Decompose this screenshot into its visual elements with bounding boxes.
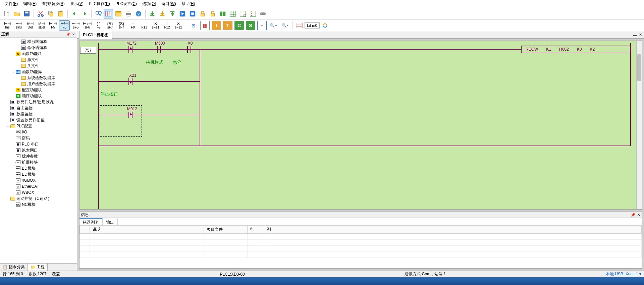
ladder-tool-sins[interactable]: ⊢⊣sIns bbox=[13, 20, 24, 31]
run-button[interactable] bbox=[178, 9, 187, 18]
zoom-in-button[interactable]: 🔍+ bbox=[269, 21, 278, 30]
menu-f[interactable]: 文件(F) bbox=[2, 0, 20, 8]
tree-item[interactable]: ▭▭扩展模块 bbox=[0, 159, 77, 165]
ladder-tool-sdel[interactable]: ⊬⊣sDel bbox=[36, 20, 47, 31]
tree-item[interactable]: 源文件 bbox=[0, 57, 77, 63]
tree-item[interactable]: 头文件 bbox=[0, 63, 77, 69]
tab-error-list[interactable]: 错误列表 bbox=[79, 218, 103, 225]
help-button[interactable]: ? bbox=[134, 9, 143, 18]
tree-item[interactable]: ▥数据监控 bbox=[0, 111, 77, 117]
ladder-tool-sf7[interactable]: (S)sF7 bbox=[116, 20, 127, 31]
tree-item[interactable]: NCNC模块 bbox=[0, 202, 77, 208]
tree-item[interactable]: -C函数功能块 bbox=[0, 51, 77, 57]
tree-item[interactable]: -EX函数功能库 bbox=[0, 69, 77, 75]
column-header[interactable]: 行 bbox=[248, 226, 264, 234]
paste-button[interactable] bbox=[56, 9, 65, 18]
ladder-tool-f7[interactable]: ( )F7 bbox=[93, 20, 104, 31]
copy-button[interactable] bbox=[46, 9, 55, 18]
grid1-button[interactable] bbox=[228, 9, 237, 18]
save-button[interactable] bbox=[22, 9, 32, 18]
ladder-preview-button[interactable] bbox=[294, 21, 304, 30]
tree-item[interactable]: S顺序功能块 bbox=[0, 93, 77, 99]
tree-item[interactable]: 44GBOX bbox=[0, 177, 77, 183]
tool-c[interactable]: C bbox=[234, 21, 244, 30]
ladder-tool-f12[interactable]: |F12 bbox=[162, 20, 172, 31]
lock-button[interactable] bbox=[198, 9, 207, 18]
find-button[interactable] bbox=[94, 9, 103, 18]
tool-s[interactable]: S bbox=[246, 21, 255, 30]
tool-fit[interactable]: ↔ bbox=[257, 21, 267, 30]
grid2-button[interactable] bbox=[238, 9, 248, 18]
status-local[interactable]: 本地:USB_Xnet_1 ▾ bbox=[603, 271, 644, 277]
menu-e[interactable]: 编辑(E) bbox=[20, 0, 39, 8]
tree-item[interactable]: Id命令语编程 bbox=[0, 45, 77, 51]
close-doc-icon[interactable]: ✕ bbox=[638, 33, 643, 37]
serial-button[interactable] bbox=[258, 9, 268, 18]
tree-item[interactable]: ▦PLC 串口 bbox=[0, 141, 77, 147]
tab-project[interactable]: 📁工程 bbox=[28, 264, 48, 271]
tree-item[interactable]: BDBD模块 bbox=[0, 165, 77, 171]
download-button[interactable] bbox=[148, 9, 157, 18]
document-tab[interactable]: PLC1 - 梯形图 bbox=[79, 31, 112, 39]
column-header[interactable]: 列 bbox=[264, 226, 642, 234]
tool-block[interactable]: ⊡ bbox=[189, 21, 198, 30]
grid3-button[interactable] bbox=[248, 9, 258, 18]
vertical-scrollbar[interactable] bbox=[636, 41, 642, 209]
tool-i[interactable]: I bbox=[212, 21, 221, 30]
close-icon[interactable]: ✕ bbox=[637, 213, 640, 217]
menu-p[interactable]: PLC操作(P) bbox=[86, 0, 113, 8]
ladder-tool-ins[interactable]: ⊢⊣Ins bbox=[2, 20, 13, 31]
cut-button[interactable] bbox=[36, 9, 45, 18]
tree-item[interactable]: ▤软元件注释/使用状况 bbox=[0, 99, 77, 105]
close-icon[interactable]: ✕ bbox=[71, 33, 75, 37]
refresh-button[interactable] bbox=[320, 21, 330, 30]
compare-button[interactable] bbox=[218, 9, 227, 18]
print-button[interactable] bbox=[124, 9, 133, 18]
tree-item[interactable]: ***密码 bbox=[0, 135, 77, 141]
ladder-tool-sf7[interactable]: (R)sF7 bbox=[105, 20, 115, 31]
output-instruction[interactable]: REGWK1H602K0K2 bbox=[521, 46, 630, 53]
tree-item[interactable]: ⊞梯形图编程 bbox=[0, 39, 77, 45]
menu-s[interactable]: 查找\替换(S) bbox=[39, 0, 67, 8]
zoom-out-button[interactable]: 🔍- bbox=[280, 21, 289, 30]
stop-button[interactable] bbox=[188, 9, 197, 18]
open-file-button[interactable] bbox=[12, 9, 21, 18]
column-header[interactable]: 说明 bbox=[90, 226, 204, 234]
contact[interactable] bbox=[184, 46, 194, 53]
pin-icon[interactable]: 📌 bbox=[66, 33, 70, 37]
ladder-tool-sf12[interactable]: ✕sF12 bbox=[173, 20, 184, 31]
project-tree[interactable]: ⊞梯形图编程Id命令语编程-C函数功能块源文件头文件-EX函数功能库系统函数功能… bbox=[0, 38, 77, 263]
redo-button[interactable] bbox=[80, 9, 89, 18]
ladder-tool-sf11[interactable]: ✕sF11 bbox=[150, 20, 161, 31]
contact[interactable] bbox=[154, 46, 164, 53]
tab-output[interactable]: 输出 bbox=[103, 218, 118, 225]
contact[interactable] bbox=[126, 46, 135, 53]
menu-v[interactable]: 显示(V) bbox=[67, 0, 86, 8]
tree-item[interactable]: 系统函数功能库 bbox=[0, 75, 77, 81]
tree-item[interactable]: 用户函数功能库 bbox=[0, 81, 77, 87]
tab-instruction-category[interactable]: 📋指令分类 bbox=[0, 264, 28, 271]
tree-item[interactable]: ▦以太网口 bbox=[0, 147, 77, 153]
ladder-tool-f5[interactable]: ⊢ ⊣F5 bbox=[48, 20, 58, 31]
minimize-icon[interactable]: ▬ bbox=[633, 33, 637, 37]
tree-item[interactable]: -PLC配置 bbox=[0, 123, 77, 129]
ladder-tool-del[interactable]: ⊬⊣Del bbox=[25, 20, 36, 31]
menu-h[interactable]: 帮助(H) bbox=[179, 0, 198, 8]
undo-button[interactable] bbox=[70, 9, 79, 18]
tree-item[interactable]: ∿脉冲参数 bbox=[0, 153, 77, 159]
ladder-view-button[interactable] bbox=[104, 9, 113, 18]
column-header[interactable]: 项目文件 bbox=[204, 226, 248, 234]
ladder-tool-sf5[interactable]: ⊢↑⊣sF5 bbox=[70, 20, 81, 31]
ladder-editor[interactable]: 757M172M500X0待机模式急停REGWK1H602K0K2X21停止按钮… bbox=[79, 41, 642, 210]
error-list-grid[interactable]: 说明项目文件行列 bbox=[79, 225, 642, 268]
upload-button[interactable] bbox=[168, 9, 177, 18]
tree-item[interactable]: -运动控制（C运动） bbox=[0, 195, 77, 202]
menu-w[interactable]: 窗口(W) bbox=[159, 0, 178, 8]
tree-item[interactable]: I/OI/O bbox=[0, 129, 77, 135]
menu-o[interactable]: 选项(O) bbox=[140, 0, 159, 8]
contact[interactable] bbox=[126, 78, 135, 85]
menu-c[interactable]: PLC设置(C) bbox=[113, 0, 140, 8]
column-header[interactable] bbox=[80, 226, 90, 234]
tree-item[interactable]: ⎍EtherCAT bbox=[0, 183, 77, 189]
unlock-button[interactable] bbox=[208, 9, 217, 18]
